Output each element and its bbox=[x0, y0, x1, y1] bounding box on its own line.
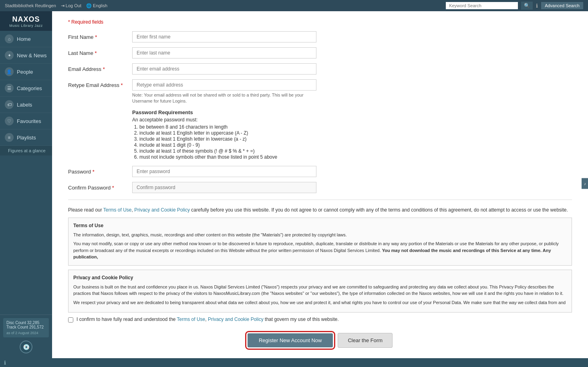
password-req-item: must not include symbols other than thos… bbox=[139, 154, 316, 160]
sidebar-label-categories: Categories bbox=[17, 85, 42, 91]
sidebar-footer: Disc Count 32,285 Track Count 291,572 as… bbox=[0, 315, 52, 358]
retype-email-row: Retype Email Address * Note: Your email … bbox=[68, 79, 572, 105]
sidebar-item-new-news[interactable]: ✦ New & News bbox=[0, 47, 52, 64]
password-req-item: include at least 1 English letter in upp… bbox=[139, 130, 316, 136]
stats-box: Disc Count 32,285 Track Count 291,572 as… bbox=[3, 318, 49, 337]
password-requirements-section: Password Requirements An acceptable pass… bbox=[68, 109, 572, 160]
consent-row: I confirm to have fully read and underst… bbox=[68, 317, 572, 323]
new-news-icon: ✦ bbox=[5, 51, 14, 60]
search-input[interactable] bbox=[446, 2, 518, 9]
terms-of-use-title: Terms of Use bbox=[73, 222, 567, 229]
button-row: Register New Account Now Clear the Form bbox=[68, 329, 572, 356]
search-button[interactable]: 🔍 bbox=[521, 2, 533, 10]
institution-name: Stadtbibliothek Reutlingen bbox=[5, 3, 56, 8]
password-label: Password * bbox=[68, 166, 132, 175]
password-req-item: include at least 1 of these symbols (! @… bbox=[139, 148, 316, 154]
sidebar-label-favourites: Favourites bbox=[17, 118, 41, 124]
home-icon: ⌂ bbox=[5, 34, 14, 43]
password-req-list: be between 8 and 16 characters in length… bbox=[132, 124, 316, 160]
privacy-policy-box[interactable]: Privacy and Cookie Policy Our business i… bbox=[68, 270, 572, 313]
logo-area: NAXOS Music Library Jazz bbox=[0, 11, 52, 31]
first-name-input[interactable] bbox=[132, 31, 316, 42]
playlists-icon: ≡ bbox=[5, 133, 14, 142]
consent-label: I confirm to have fully read and underst… bbox=[77, 317, 339, 322]
consent-terms-link[interactable]: Terms of Use bbox=[177, 317, 205, 322]
consent-checkbox[interactable] bbox=[68, 317, 73, 323]
sidebar-item-categories[interactable]: ☰ Categories bbox=[0, 80, 52, 97]
stats-date: as of 2 August 2024 bbox=[6, 331, 46, 335]
sidebar-label-people: People bbox=[17, 69, 33, 75]
privacy-link-top[interactable]: Privacy and Cookie Policy bbox=[134, 207, 190, 213]
email-note: Note: Your email address will not be sha… bbox=[132, 92, 316, 105]
email-input[interactable] bbox=[132, 63, 316, 75]
advanced-search-button[interactable]: Advanced Search bbox=[541, 2, 583, 9]
password-req-box: Password Requirements An acceptable pass… bbox=[132, 109, 316, 160]
sidebar-item-favourites[interactable]: ♡ Favourites bbox=[0, 113, 52, 129]
terms-of-use-link[interactable]: Terms of Use bbox=[103, 207, 132, 213]
confirm-password-row: Confirm Password * bbox=[68, 182, 572, 193]
consent-privacy-link[interactable]: Privacy and Cookie Policy bbox=[208, 317, 264, 322]
topbar-left: Stadtbibliothek Reutlingen ⇥ Log Out 🌐 E… bbox=[5, 3, 107, 8]
content-area: * Required fields First Name * Last Name… bbox=[52, 11, 588, 358]
bottom-bar: ℹ bbox=[0, 358, 588, 367]
confirm-password-label: Confirm Password * bbox=[68, 182, 132, 191]
password-req-item: include at least 1 digit (0 - 9) bbox=[139, 142, 316, 148]
password-row: Password * bbox=[68, 166, 572, 177]
privacy-para1: Our business is built on the trust and c… bbox=[73, 284, 567, 297]
labels-icon: 🏷 bbox=[5, 100, 14, 109]
logout-icon: ⇥ bbox=[61, 3, 64, 8]
sidebar-label-labels: Labels bbox=[17, 102, 32, 108]
terms-of-use-box[interactable]: Terms of Use The information, design, te… bbox=[68, 218, 572, 266]
sidebar-label-playlists: Playlists bbox=[17, 135, 36, 141]
first-name-row: First Name * bbox=[68, 31, 572, 42]
sidebar-item-people[interactable]: 👤 People bbox=[0, 64, 52, 80]
retype-email-input[interactable] bbox=[132, 79, 316, 91]
terms-of-use-para1: The information, design, text, graphics,… bbox=[73, 232, 567, 238]
password-req-title: Password Requirements bbox=[132, 109, 316, 115]
main-layout: NAXOS Music Library Jazz ⌂ Home ✦ New & … bbox=[0, 11, 588, 358]
topbar: Stadtbibliothek Reutlingen ⇥ Log Out 🌐 E… bbox=[0, 0, 588, 11]
register-button[interactable]: Register New Account Now bbox=[248, 333, 333, 347]
sidebar-label-new-news: New & News bbox=[17, 52, 46, 58]
logo-title: NAXOS bbox=[3, 15, 49, 24]
last-name-input[interactable] bbox=[132, 47, 316, 58]
sidebar-nav: ⌂ Home ✦ New & News 👤 People ☰ Categorie… bbox=[0, 31, 52, 315]
track-count: Track Count 291,572 bbox=[6, 325, 46, 329]
password-req-layout: Password Requirements An acceptable pass… bbox=[68, 109, 572, 160]
first-name-label: First Name * bbox=[68, 31, 132, 40]
clear-button[interactable]: Clear the Form bbox=[338, 333, 393, 348]
privacy-para2: We respect your privacy and we are dedic… bbox=[73, 299, 567, 306]
info-icon[interactable]: ℹ bbox=[536, 3, 538, 9]
password-req-item: include at least 1 English letter in low… bbox=[139, 136, 316, 142]
password-req-item: be between 8 and 16 characters in length bbox=[139, 124, 316, 130]
sidebar-item-home[interactable]: ⌂ Home bbox=[0, 31, 52, 47]
sidebar-sub-item-figures[interactable]: Figures at a glance bbox=[0, 146, 52, 155]
bottom-info-icon[interactable]: ℹ bbox=[4, 360, 6, 366]
sidebar: NAXOS Music Library Jazz ⌂ Home ✦ New & … bbox=[0, 11, 52, 358]
password-req-intro: An acceptable password must: bbox=[132, 117, 316, 123]
favourites-icon: ♡ bbox=[5, 117, 14, 125]
required-note: * Required fields bbox=[68, 19, 572, 25]
sidebar-item-labels[interactable]: 🏷 Labels bbox=[0, 97, 52, 113]
logo-subtitle: Music Library Jazz bbox=[3, 24, 49, 28]
privacy-policy-title: Privacy and Cookie Policy bbox=[73, 274, 567, 281]
right-panel-tab[interactable]: ♪ bbox=[582, 178, 588, 189]
terms-of-use-para2: You may not modify, scan or copy or use … bbox=[73, 240, 567, 260]
email-row: Email Address * bbox=[68, 63, 572, 75]
email-label: Email Address * bbox=[68, 63, 132, 72]
last-name-label: Last Name * bbox=[68, 47, 132, 56]
retype-email-label: Retype Email Address * bbox=[68, 79, 132, 88]
topbar-right: 🔍 ℹ Advanced Search bbox=[446, 2, 583, 10]
sidebar-label-home: Home bbox=[17, 36, 31, 42]
divider bbox=[68, 200, 572, 200]
disc-count: Disc Count 32,285 bbox=[6, 321, 46, 325]
disc-icon[interactable]: 💿 bbox=[20, 341, 32, 353]
password-input[interactable] bbox=[132, 166, 316, 177]
people-icon: 👤 bbox=[5, 67, 14, 76]
sidebar-item-playlists[interactable]: ≡ Playlists bbox=[0, 129, 52, 146]
last-name-row: Last Name * bbox=[68, 47, 572, 58]
confirm-password-input[interactable] bbox=[132, 182, 316, 193]
logout-link[interactable]: ⇥ Log Out bbox=[61, 3, 81, 8]
globe-icon: 🌐 bbox=[86, 3, 92, 8]
language-selector[interactable]: 🌐 English bbox=[86, 3, 107, 8]
